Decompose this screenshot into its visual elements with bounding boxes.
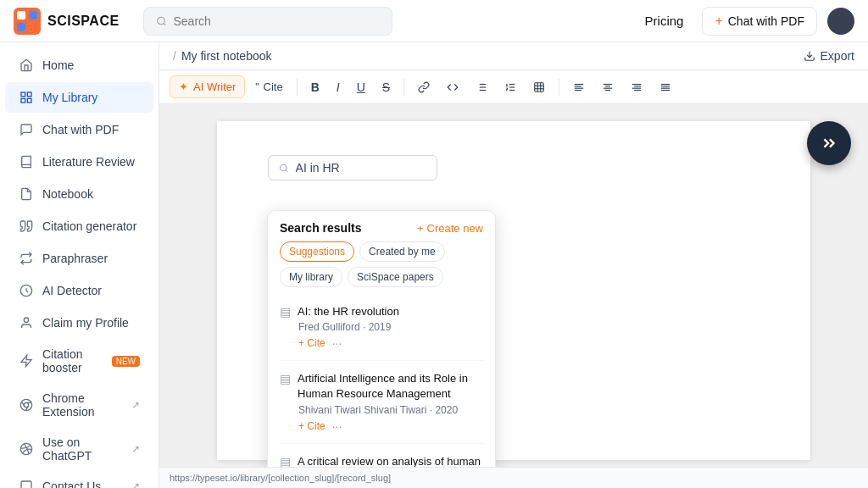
result-meta: Fred Gulliford · 2019	[280, 321, 483, 333]
sidebar-label: Citation generator	[42, 219, 136, 233]
link-icon	[418, 81, 430, 93]
result-item[interactable]: ▤ Artificial Intelligence and its Role i…	[268, 364, 495, 439]
logo-text: SCISPACE	[47, 14, 120, 29]
ai-writer-button[interactable]: ✦ AI Writer	[170, 75, 245, 98]
user-avatar-button[interactable]	[827, 8, 854, 35]
filter-suggestions[interactable]: Suggestions	[280, 241, 354, 262]
svg-rect-7	[27, 92, 31, 97]
editor-search-input[interactable]	[296, 161, 426, 175]
sidebar-item-claim-profile[interactable]: Claim my Profile	[5, 308, 153, 338]
sidebar-item-contact-us[interactable]: Contact Us ↗	[5, 471, 153, 488]
editor-paper[interactable]: Search results + Create new Suggestions …	[217, 121, 810, 460]
sidebar-label: Literature Review	[42, 155, 135, 169]
code-icon	[447, 81, 459, 93]
align-right-button[interactable]	[624, 77, 649, 97]
svg-point-11	[24, 318, 28, 322]
dropdown-header: Search results + Create new	[268, 211, 495, 241]
svg-rect-6	[21, 92, 25, 97]
search-bar[interactable]	[143, 7, 392, 36]
list-ordered-icon	[504, 81, 516, 93]
sidebar-label: AI Detector	[42, 284, 102, 297]
sidebar-item-notebook[interactable]: Notebook	[5, 179, 153, 209]
svg-rect-1	[17, 11, 25, 19]
cite-button[interactable]: " Cite	[248, 76, 289, 97]
pricing-button[interactable]: Pricing	[637, 8, 693, 33]
italic-button[interactable]: I	[330, 76, 347, 98]
editor-search-box[interactable]	[268, 155, 437, 180]
cite-action-2[interactable]: + Cite	[298, 420, 326, 432]
content-area: / My first notebook Export ✦ AI Writer "…	[159, 42, 868, 488]
editor-area: Search results + Create new Suggestions …	[159, 104, 868, 467]
more-button-1[interactable]: ···	[332, 336, 342, 350]
result-item[interactable]: ▤ AI: the HR revolution Fred Gulliford ·…	[268, 297, 495, 357]
sidebar-item-ai-detector[interactable]: AI Detector	[5, 275, 153, 306]
external-link-icon: ↗	[131, 480, 140, 488]
result-item[interactable]: ▤ A critical review on analysis of human…	[268, 447, 495, 467]
bold-button[interactable]: B	[304, 76, 326, 98]
sidebar-label: Paraphraser	[42, 252, 108, 265]
code-button[interactable]	[440, 77, 465, 97]
floating-expand-button[interactable]	[807, 121, 851, 165]
underline-button[interactable]: U	[350, 76, 372, 98]
table-icon	[533, 81, 545, 93]
svg-rect-29	[535, 82, 544, 92]
sidebar-item-citation-booster[interactable]: Citation booster NEW	[5, 340, 153, 382]
list-ordered-button[interactable]	[498, 77, 523, 97]
table-button[interactable]	[526, 77, 552, 97]
link-button[interactable]	[411, 77, 437, 97]
create-new-button[interactable]: + Create new	[417, 222, 483, 235]
search-input[interactable]	[174, 14, 380, 28]
svg-point-5	[157, 17, 164, 25]
boost-icon	[19, 353, 34, 369]
svg-rect-2	[29, 11, 37, 19]
ai-star-icon: ✦	[179, 80, 188, 93]
quote-icon	[19, 219, 34, 234]
home-icon	[19, 58, 34, 73]
contact-icon	[19, 479, 34, 488]
dropdown-title: Search results	[280, 221, 362, 235]
sidebar-item-literature-review[interactable]: Literature Review	[5, 147, 153, 177]
cite-action-1[interactable]: + Cite	[298, 337, 326, 349]
filter-scispace-papers[interactable]: SciSpace papers	[348, 267, 443, 287]
sidebar-item-home[interactable]: Home	[5, 50, 153, 80]
filter-row: Suggestions Created by me My library Sci…	[268, 241, 495, 294]
justify-button[interactable]	[653, 77, 678, 97]
editor-search-icon	[279, 163, 289, 174]
chatgpt-icon	[19, 441, 34, 457]
sidebar-item-citation-generator[interactable]: Citation generator	[5, 211, 153, 241]
main-layout: Home My Library Chat with PDF Literature…	[0, 42, 868, 488]
result-actions: + Cite ···	[280, 419, 483, 433]
sidebar-label: Contact Us	[42, 480, 101, 488]
result-meta: Shivani Tiwari Shivani Tiwari · 2020	[280, 404, 483, 416]
toolbar-divider-2	[403, 79, 404, 96]
search-dropdown: Search results + Create new Suggestions …	[267, 210, 496, 467]
strikethrough-button[interactable]: S	[376, 76, 397, 98]
sidebar-label: Home	[42, 58, 74, 72]
filter-created-by-me[interactable]: Created by me	[359, 241, 445, 262]
align-center-icon	[602, 81, 614, 93]
export-button[interactable]: Export	[804, 49, 854, 63]
svg-marker-12	[21, 355, 31, 366]
sidebar-item-use-chatgpt[interactable]: Use on ChatGPT ↗	[5, 428, 153, 470]
more-button-2[interactable]: ···	[332, 419, 342, 433]
result-title: AI: the HR revolution	[298, 304, 399, 319]
profile-icon	[19, 315, 34, 330]
sidebar-label: Notebook	[42, 187, 93, 201]
list-bullet-icon	[476, 81, 487, 93]
sidebar-item-chrome-extension[interactable]: Chrome Extension ↗	[5, 384, 153, 426]
plus-icon: +	[715, 14, 722, 29]
detector-icon	[19, 283, 34, 298]
doc-icon: ▤	[280, 372, 291, 385]
sidebar-item-my-library[interactable]: My Library	[5, 82, 153, 113]
align-left-button[interactable]	[566, 77, 592, 97]
sidebar-item-chat-pdf[interactable]: Chat with PDF	[5, 114, 153, 145]
list-bullet-button[interactable]	[469, 77, 494, 97]
align-center-button[interactable]	[595, 77, 620, 97]
sidebar-item-paraphraser[interactable]: Paraphraser	[5, 243, 153, 274]
result-actions: + Cite ···	[280, 336, 483, 350]
doc-icon: ▤	[280, 455, 291, 467]
filter-my-library[interactable]: My library	[280, 267, 342, 287]
chat-icon	[19, 122, 34, 137]
sidebar-label: Chrome Extension	[42, 391, 123, 419]
chat-with-pdf-button[interactable]: + Chat with PDF	[702, 7, 817, 36]
